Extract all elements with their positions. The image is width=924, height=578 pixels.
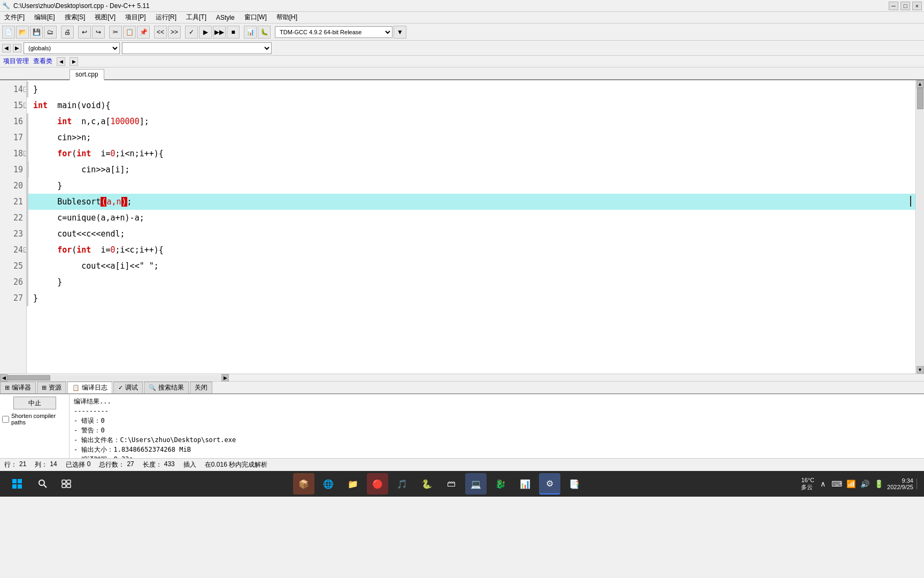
save-button[interactable]: 💾 — [30, 26, 43, 39]
status-mode: 插入 — [183, 460, 196, 469]
btab-compiler[interactable]: ⊞ 编译器 — [0, 382, 36, 393]
print-button[interactable]: 🖨 — [61, 26, 74, 39]
menu-help[interactable]: 帮助[H] — [272, 12, 302, 23]
scroll-down-button[interactable]: ▼ — [917, 366, 924, 374]
debug-button[interactable]: 🐛 — [258, 26, 271, 39]
minimize-button[interactable]: ─ — [889, 2, 898, 10]
hscroll-thumb[interactable] — [7, 375, 50, 381]
hscroll-left[interactable]: ◀ — [0, 374, 7, 382]
stop-button[interactable]: ■ — [227, 26, 240, 39]
btab-debug[interactable]: ✓ 调试 — [113, 382, 143, 393]
btab-close[interactable]: 关闭 — [190, 382, 212, 393]
redo-button[interactable]: ↪ — [92, 26, 105, 39]
btab-search[interactable]: 🔍 搜索结果 — [144, 382, 189, 393]
compiler-select[interactable]: TDM-GCC 4.9.2 64-bit Release — [275, 26, 392, 38]
copy-button[interactable]: 📋 — [123, 26, 136, 39]
compile-button[interactable]: ✓ — [185, 26, 198, 39]
menu-window[interactable]: 窗口[W] — [240, 12, 271, 23]
output-line-5: - 输出文件名：C:\Users\zhuo\Desktop\sort.exe — [74, 435, 920, 445]
class-view-link[interactable]: 查看类 — [33, 57, 52, 66]
unindent-button[interactable]: >> — [168, 26, 181, 39]
menu-search[interactable]: 搜索[S] — [60, 12, 90, 23]
taskbar-app-1[interactable]: 📦 — [293, 473, 314, 495]
taskbar-app-5[interactable]: 🎵 — [391, 473, 413, 495]
battery-icon[interactable]: 🔋 — [873, 478, 884, 489]
app10-icon: 📊 — [520, 479, 530, 489]
tab-sort-cpp[interactable]: sort.cpp — [70, 69, 104, 80]
menu-view[interactable]: 视图[V] — [90, 12, 120, 23]
network-icon[interactable]: 📶 — [845, 478, 856, 489]
compile-run-button[interactable]: ▶▶ — [213, 26, 226, 39]
proj-nav-forward[interactable]: ▶ — [70, 57, 78, 66]
taskview-button[interactable] — [56, 473, 77, 495]
proj-nav-back[interactable]: ◀ — [57, 57, 65, 66]
code-line-20: } — [27, 178, 915, 194]
taskbar-app-ppt[interactable]: 📑 — [564, 473, 585, 495]
scroll-track[interactable] — [917, 88, 924, 366]
paste-button[interactable]: 📌 — [137, 26, 150, 39]
scroll-up-button[interactable]: ▲ — [917, 80, 924, 88]
undo-button[interactable]: ↩ — [78, 26, 91, 39]
menu-edit[interactable]: 编辑[E] — [30, 12, 59, 23]
compiler-dropdown-button[interactable]: ▼ — [394, 26, 406, 39]
taskbar-app-2[interactable]: 🌐 — [318, 473, 339, 495]
menu-tools[interactable]: 工具[T] — [182, 12, 211, 23]
menu-file[interactable]: 文件[F] — [0, 12, 29, 23]
hscroll-track[interactable] — [7, 375, 221, 381]
svg-line-5 — [44, 485, 47, 488]
clock-area[interactable]: 9:34 2022/9/25 — [887, 477, 913, 490]
function-select[interactable] — [122, 42, 272, 54]
menu-project[interactable]: 项目[P] — [121, 12, 150, 23]
scope-select[interactable]: (globals) — [24, 42, 120, 54]
taskbar-app-8[interactable]: 💻 — [465, 473, 487, 495]
nav-forward[interactable]: ▶ — [13, 44, 21, 52]
titlebar-controls[interactable]: ─ □ × — [889, 2, 922, 10]
clock-time: 9:34 — [902, 477, 913, 484]
indent-button[interactable]: << — [154, 26, 167, 39]
taskbar-app-7[interactable]: 🗃 — [441, 473, 462, 495]
run-button[interactable]: ▶ — [199, 26, 212, 39]
maximize-button[interactable]: □ — [900, 2, 910, 10]
line-numbers: 14 ─ 15 □ 16 17 18 □ 19 20 21 22 23 24 □… — [0, 80, 27, 374]
chart-button[interactable]: 📊 — [244, 26, 257, 39]
scroll-thumb[interactable] — [917, 88, 923, 109]
horizontal-scrollbar[interactable]: ◀ ▶ — [0, 374, 924, 381]
titlebar-left: 🔧 C:\Users\zhuo\Desktop\sort.cpp - Dev-C… — [2, 2, 150, 10]
btab-compile-log[interactable]: 📋 编译日志 — [67, 382, 112, 393]
secondary-toolbar: ◀ ▶ (globals) — [0, 41, 924, 56]
tab-bar: sort.cpp — [0, 67, 924, 80]
shorten-compiler-paths-label[interactable]: Shorten compiler paths — [2, 413, 67, 425]
code-area[interactable]: } int main(void){ int n,c,a[ 100000 ]; c… — [27, 80, 915, 374]
vertical-scrollbar[interactable]: ▲ ▼ — [915, 80, 924, 374]
save-all-button[interactable]: 🗂 — [44, 26, 57, 39]
cut-button[interactable]: ✂ — [109, 26, 122, 39]
shorten-compiler-paths-checkbox[interactable] — [2, 416, 9, 423]
start-button[interactable] — [4, 471, 30, 497]
search-taskbar-button[interactable] — [32, 473, 53, 495]
taskbar-app-6[interactable]: 🐍 — [416, 473, 437, 495]
taskbar-app-devcpp[interactable]: ⚙ — [539, 473, 560, 495]
project-manager-link[interactable]: 项目管理 — [3, 57, 29, 66]
menu-astyle[interactable]: AStyle — [212, 13, 239, 22]
show-desktop-button[interactable] — [917, 478, 920, 489]
bottom-tabs: ⊞ 编译器 ⊞ 资源 📋 编译日志 ✓ 调试 🔍 搜索结果 关闭 — [0, 381, 924, 394]
taskbar-app-10[interactable]: 📊 — [514, 473, 536, 495]
taskbar-app-4[interactable]: 🔴 — [367, 473, 388, 495]
taskbar-app-9[interactable]: 🐉 — [490, 473, 511, 495]
hscroll-right[interactable]: ▶ — [221, 374, 229, 382]
menu-run[interactable]: 运行[R] — [151, 12, 181, 23]
nav-back[interactable]: ◀ — [2, 44, 11, 52]
svg-rect-6 — [62, 480, 66, 483]
stop-compile-button[interactable]: 中止 — [13, 397, 56, 409]
total-label: 总行数： — [99, 460, 125, 469]
keyboard-icon[interactable]: ⌨ — [831, 478, 842, 489]
code-line-14: } — [27, 81, 915, 97]
open-button[interactable]: 📂 — [16, 26, 29, 39]
btab-resources[interactable]: ⊞ 资源 — [37, 382, 66, 393]
new-button[interactable]: 📄 — [2, 26, 15, 39]
close-button[interactable]: × — [912, 2, 922, 10]
app9-icon: 🐉 — [495, 479, 506, 489]
chevron-up-icon[interactable]: ∧ — [818, 478, 828, 489]
taskbar-app-3[interactable]: 📁 — [342, 473, 364, 495]
volume-icon[interactable]: 🔊 — [859, 478, 870, 489]
